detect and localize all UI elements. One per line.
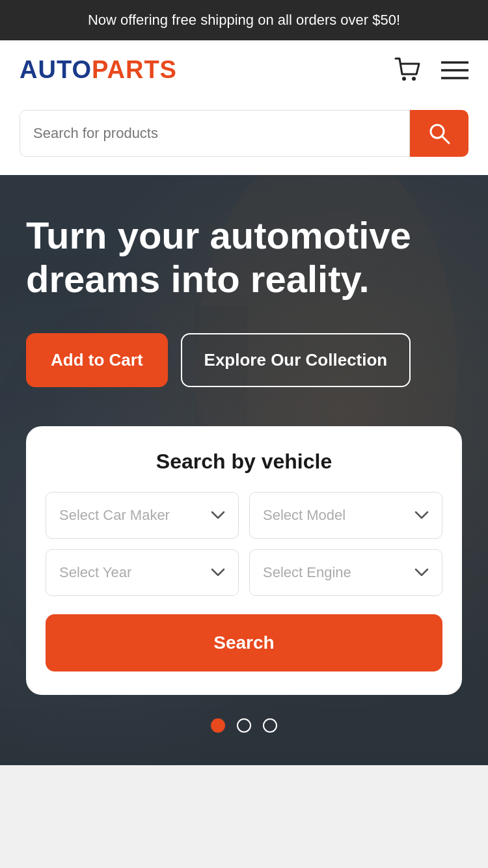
pagination-dots bbox=[26, 695, 462, 765]
chevron-down-icon bbox=[414, 568, 429, 577]
year-label: Select Year bbox=[59, 564, 131, 581]
header: AUTOPARTS bbox=[0, 40, 488, 100]
engine-label: Select Engine bbox=[263, 564, 351, 581]
search-icon bbox=[428, 122, 450, 144]
add-to-cart-button[interactable]: Add to Cart bbox=[26, 333, 168, 387]
chevron-down-icon bbox=[211, 511, 225, 520]
model-label: Select Model bbox=[263, 507, 346, 524]
pagination-dot-2[interactable] bbox=[237, 718, 251, 733]
dropdowns-grid: Select Car Maker Select Model Sele bbox=[46, 492, 442, 596]
header-icons bbox=[394, 57, 468, 83]
explore-collection-button[interactable]: Explore Our Collection bbox=[181, 333, 411, 387]
car-maker-dropdown[interactable]: Select Car Maker bbox=[46, 492, 239, 539]
year-dropdown[interactable]: Select Year bbox=[46, 549, 239, 596]
engine-dropdown[interactable]: Select Engine bbox=[249, 549, 442, 596]
car-maker-label: Select Car Maker bbox=[59, 507, 170, 524]
svg-point-1 bbox=[412, 77, 416, 81]
hero-section: Turn your automotive dreams into reality… bbox=[0, 175, 488, 765]
pagination-dot-3[interactable] bbox=[263, 718, 277, 733]
hero-headline: Turn your automotive dreams into reality… bbox=[26, 214, 429, 301]
cart-icon[interactable] bbox=[394, 57, 423, 83]
vehicle-search-card: Search by vehicle Select Car Maker Selec… bbox=[26, 426, 462, 695]
chevron-down-icon bbox=[414, 511, 429, 520]
search-bar-container bbox=[0, 100, 488, 175]
search-input-wrapper bbox=[20, 110, 410, 157]
svg-line-6 bbox=[442, 136, 449, 143]
hero-buttons: Add to Cart Explore Our Collection bbox=[26, 333, 462, 387]
announcement-text: Now offering free shipping on all orders… bbox=[88, 12, 400, 28]
menu-icon[interactable] bbox=[441, 60, 468, 81]
svg-point-0 bbox=[402, 77, 406, 81]
logo[interactable]: AUTOPARTS bbox=[20, 56, 177, 84]
vehicle-search-button[interactable]: Search bbox=[46, 614, 442, 671]
model-dropdown[interactable]: Select Model bbox=[249, 492, 442, 539]
search-button[interactable] bbox=[410, 110, 468, 157]
announcement-bar: Now offering free shipping on all orders… bbox=[0, 0, 488, 40]
logo-auto: AUTO bbox=[20, 56, 92, 83]
hero-content: Turn your automotive dreams into reality… bbox=[26, 214, 462, 413]
chevron-down-icon bbox=[211, 568, 225, 577]
vehicle-search-title: Search by vehicle bbox=[46, 450, 442, 474]
logo-parts: PARTS bbox=[92, 56, 177, 83]
pagination-dot-1[interactable] bbox=[211, 718, 225, 733]
search-input[interactable] bbox=[20, 111, 409, 156]
